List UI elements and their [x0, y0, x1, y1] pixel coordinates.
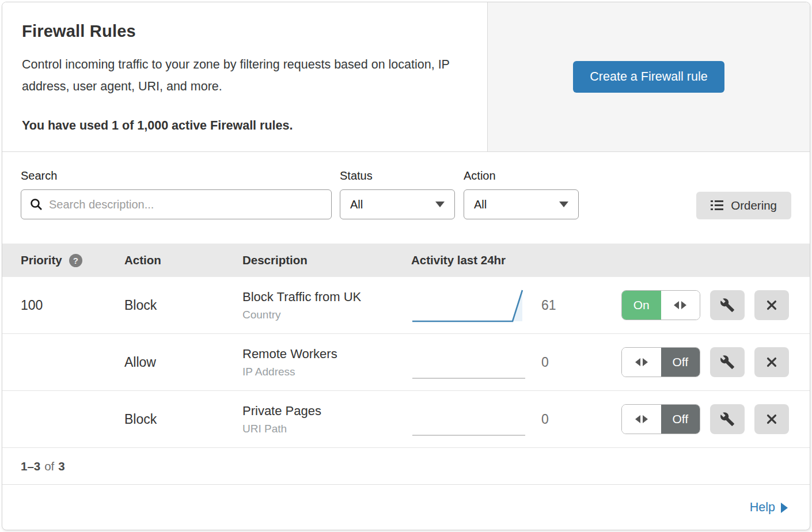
- toggle-drag-handle-icon: [661, 291, 700, 320]
- activity-sparkline: [411, 286, 526, 324]
- priority-help-icon[interactable]: ?: [69, 254, 82, 267]
- rule-match-type: Country: [242, 309, 411, 321]
- delete-rule-button[interactable]: [754, 347, 789, 377]
- activity-count: 0: [533, 412, 593, 427]
- chevron-down-icon: [559, 202, 568, 207]
- rule-enabled-toggle[interactable]: Off: [621, 404, 700, 434]
- edit-rule-button[interactable]: [710, 290, 745, 320]
- toggle-state-label: Off: [661, 348, 700, 377]
- wrench-icon: [720, 412, 735, 427]
- rule-description: Remote Workers IP Address: [242, 347, 411, 378]
- pagination-of-label: of: [44, 459, 54, 473]
- toggle-state-label: On: [622, 291, 661, 320]
- rule-controls: Off: [593, 404, 789, 434]
- rule-description: Block Traffic from UK Country: [242, 290, 411, 321]
- firewall-rules-card: Firewall Rules Control incoming traffic …: [2, 2, 810, 530]
- ordering-button[interactable]: Ordering: [696, 192, 791, 219]
- page-description: Control incoming traffic to your zone by…: [22, 54, 465, 97]
- rule-action: Allow: [124, 355, 242, 370]
- column-header-activity: Activity last 24hr: [411, 253, 667, 267]
- search-input[interactable]: [21, 189, 332, 219]
- pagination-bar: 1–3 of 3: [2, 448, 810, 485]
- rule-title: Block Traffic from UK: [242, 290, 411, 305]
- toggle-drag-handle-icon: [622, 405, 661, 434]
- status-selected-value: All: [350, 198, 363, 211]
- search-icon: [29, 197, 43, 211]
- close-icon: [765, 356, 778, 368]
- rule-priority: 100: [21, 298, 124, 313]
- header-action-panel: Create a Firewall rule: [488, 2, 810, 151]
- table-header-row: Priority ? Action Description Activity l…: [2, 244, 810, 277]
- table-row: 100 Block Block Traffic from UK Country …: [2, 277, 810, 334]
- create-firewall-rule-button[interactable]: Create a Firewall rule: [573, 61, 724, 93]
- column-header-description: Description: [242, 253, 411, 267]
- ordering-button-label: Ordering: [731, 199, 777, 212]
- close-icon: [765, 299, 778, 311]
- rule-controls: On: [593, 290, 789, 320]
- wrench-icon: [720, 298, 735, 313]
- rule-enabled-toggle[interactable]: Off: [621, 347, 700, 377]
- column-header-action: Action: [124, 253, 242, 267]
- edit-rule-button[interactable]: [710, 347, 745, 377]
- status-select[interactable]: All: [340, 189, 455, 219]
- search-label: Search: [21, 169, 340, 183]
- delete-rule-button[interactable]: [754, 290, 789, 320]
- action-selected-value: All: [474, 198, 487, 211]
- column-header-priority: Priority ?: [21, 253, 124, 267]
- chevron-down-icon: [435, 202, 445, 207]
- table-row: Block Private Pages URI Path 0 Off: [2, 391, 810, 448]
- delete-rule-button[interactable]: [754, 404, 789, 434]
- header-text-panel: Firewall Rules Control incoming traffic …: [2, 2, 488, 151]
- close-icon: [765, 413, 778, 425]
- rule-match-type: URI Path: [242, 423, 411, 435]
- rule-match-type: IP Address: [242, 366, 411, 378]
- rule-enabled-toggle[interactable]: On: [621, 290, 700, 320]
- firewall-rules-page: Firewall Rules Control incoming traffic …: [0, 0, 812, 532]
- caret-right-icon: [781, 503, 788, 513]
- activity-sparkline: [411, 343, 526, 381]
- activity-count: 0: [533, 355, 593, 370]
- activity-sparkline: [411, 400, 526, 438]
- pagination-total: 3: [58, 459, 64, 473]
- status-filter-group: Status All: [340, 169, 464, 219]
- page-title: Firewall Rules: [22, 22, 468, 41]
- status-label: Status: [340, 169, 464, 183]
- activity-count: 61: [533, 298, 593, 313]
- search-filter-group: Search: [21, 169, 340, 219]
- action-filter-group: Action All: [464, 169, 587, 219]
- help-link[interactable]: Help: [750, 500, 788, 515]
- priority-header-label: Priority: [21, 253, 62, 267]
- wrench-icon: [720, 355, 735, 370]
- rule-description: Private Pages URI Path: [242, 404, 411, 435]
- rule-controls: Off: [593, 347, 789, 377]
- edit-rule-button[interactable]: [710, 404, 745, 434]
- action-select[interactable]: All: [464, 189, 579, 219]
- action-label: Action: [464, 169, 587, 183]
- pagination-range: 1–3: [21, 459, 40, 473]
- rule-action: Block: [124, 298, 242, 313]
- toggle-state-label: Off: [661, 405, 700, 434]
- rule-title: Private Pages: [242, 404, 411, 419]
- search-field-wrap: [21, 189, 332, 219]
- toggle-drag-handle-icon: [622, 348, 661, 377]
- rule-title: Remote Workers: [242, 347, 411, 362]
- header-section: Firewall Rules Control incoming traffic …: [2, 2, 810, 152]
- help-footer: Help: [2, 485, 810, 530]
- filters-bar: Search Status All Action: [2, 152, 810, 244]
- usage-note: You have used 1 of 1,000 active Firewall…: [22, 119, 468, 133]
- ordered-list-icon: [711, 200, 723, 211]
- table-row: Allow Remote Workers IP Address 0 Off: [2, 334, 810, 391]
- help-link-label: Help: [750, 500, 775, 515]
- rule-action: Block: [124, 412, 242, 427]
